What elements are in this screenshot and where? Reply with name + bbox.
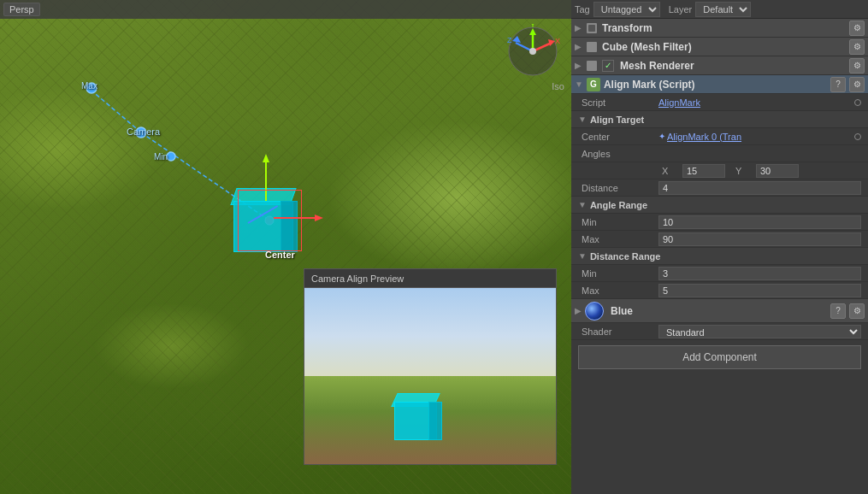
scene-gizmo: Y X Z	[505, 24, 561, 79]
script-row: Script AlignMark	[571, 94, 868, 111]
mesh-filter-component-header[interactable]: ▶ Cube (Mesh Filter) ⚙	[571, 38, 868, 56]
transform-component-header[interactable]: ▶ Transform ⚙	[571, 19, 868, 38]
svg-rect-19	[587, 42, 597, 52]
angle-range-header[interactable]: ▼ Angle Range	[571, 197, 868, 214]
align-mark-collapse-arrow: ▼	[575, 79, 583, 89]
angle-range-min-row: Min	[571, 214, 868, 231]
angles-xy-row: X Y	[571, 162, 868, 179]
material-collapse-arrow: ▶	[575, 306, 582, 315]
distance-range-min-input[interactable]	[658, 267, 861, 280]
preview-titlebar: Camera Align Preview	[304, 269, 556, 288]
angle-range-max-label: Max	[582, 234, 658, 244]
angle-y-label: Y	[735, 166, 753, 176]
svg-text:X: X	[555, 37, 560, 45]
max-label: Max	[81, 81, 97, 91]
script-value[interactable]: AlignMark	[658, 97, 700, 108]
center-field-label: Center	[582, 132, 658, 142]
mesh-filter-icon	[585, 40, 599, 54]
material-sphere	[585, 302, 604, 321]
preview-window: Camera Align Preview	[304, 268, 557, 465]
transform-arrow-y	[263, 154, 269, 162]
distance-field-row: Distance	[571, 179, 868, 197]
angle-range-min-label: Min	[582, 217, 658, 227]
center-type-icon: ✦	[658, 132, 665, 141]
align-mark-settings-btn[interactable]: ⚙	[849, 77, 865, 92]
align-target-arrow: ▼	[578, 115, 587, 124]
distance-range-max-input[interactable]	[658, 284, 861, 297]
distance-input[interactable]	[658, 181, 861, 195]
angle-y-input[interactable]	[756, 164, 799, 178]
distance-range-title: Distance Range	[590, 251, 661, 262]
shader-row: Shader Standard	[571, 323, 868, 340]
distance-label: Distance	[582, 183, 658, 193]
center-field-value[interactable]: AlignMark 0 (Tran	[667, 132, 854, 142]
material-settings-btn[interactable]: ⚙	[849, 303, 865, 319]
distance-range-min-label: Min	[582, 268, 658, 279]
svg-rect-18	[588, 25, 595, 32]
preview-sky	[304, 288, 556, 385]
mesh-renderer-icon	[585, 59, 599, 73]
mesh-renderer-collapse-arrow: ▶	[575, 61, 582, 70]
align-mark-doc-btn[interactable]: ?	[830, 77, 846, 92]
add-component-label: Add Component	[682, 351, 757, 363]
distance-range-max-label: Max	[582, 285, 658, 296]
script-label: Script	[582, 97, 658, 108]
angle-range-arrow: ▼	[578, 200, 587, 209]
angle-x-input[interactable]	[682, 164, 725, 178]
mesh-renderer-name: Mesh Renderer	[620, 60, 846, 72]
add-component-button[interactable]: Add Component	[578, 345, 861, 369]
center-label: Center	[265, 250, 295, 260]
distance-range-max-row: Max	[571, 282, 868, 299]
angle-range-min-input[interactable]	[658, 215, 861, 229]
shader-label: Shader	[582, 326, 658, 337]
align-mark-component-header[interactable]: ▼ G Align Mark (Script) ? ⚙	[571, 75, 868, 94]
iso-label: Iso	[552, 81, 564, 91]
center-circle-indicator[interactable]	[854, 133, 861, 140]
script-circle-indicator[interactable]	[854, 99, 861, 106]
angles-label: Angles	[582, 149, 658, 159]
material-name: Blue	[611, 305, 827, 317]
mesh-filter-name: Cube (Mesh Filter)	[602, 41, 846, 53]
svg-text:Y: Y	[530, 24, 535, 29]
tag-layer-bar: Tag Untagged Layer Default	[571, 0, 868, 19]
mesh-renderer-settings-btn[interactable]: ⚙	[849, 58, 865, 74]
inspector-panel: Tag Untagged Layer Default ▶ Transform ⚙…	[571, 0, 868, 494]
angle-range-max-row: Max	[571, 231, 868, 248]
align-target-header[interactable]: ▼ Align Target	[571, 111, 868, 128]
transform-name: Transform	[602, 22, 846, 34]
tag-dropdown[interactable]: Untagged	[593, 2, 660, 17]
scene-toolbar: Persp	[0, 0, 571, 19]
align-mark-name: Align Mark (Script)	[604, 79, 827, 91]
preview-title: Camera Align Preview	[311, 273, 404, 284]
angle-range-max-input[interactable]	[658, 232, 861, 246]
svg-point-10	[529, 48, 536, 55]
preview-content	[304, 288, 556, 464]
layer-dropdown[interactable]: Default	[695, 2, 751, 17]
mesh-filter-collapse-arrow: ▶	[575, 42, 582, 51]
align-target-title: Align Target	[590, 115, 644, 125]
mesh-filter-settings-btn[interactable]: ⚙	[849, 39, 865, 55]
material-header[interactable]: ▶ Blue ? ⚙	[571, 299, 868, 323]
transform-arrow-x	[315, 215, 323, 221]
svg-point-14	[167, 152, 175, 161]
distance-range-header[interactable]: ▼ Distance Range	[571, 248, 868, 265]
shader-dropdown[interactable]: Standard	[658, 325, 861, 338]
center-field-row: Center ✦ AlignMark 0 (Tran	[571, 128, 868, 145]
camera-label: Camera	[127, 126, 160, 137]
transform-collapse-arrow: ▶	[575, 23, 582, 32]
mesh-renderer-component-header[interactable]: ▶ ✓ Mesh Renderer ⚙	[571, 56, 868, 75]
preview-cube-side	[428, 402, 442, 440]
preview-cube	[394, 393, 441, 440]
transform-icon	[585, 21, 599, 35]
distance-range-min-row: Min	[571, 265, 868, 282]
persp-button[interactable]: Persp	[3, 3, 40, 16]
material-doc-btn[interactable]: ?	[830, 303, 846, 319]
transform-settings-btn[interactable]: ⚙	[849, 21, 865, 36]
tag-label: Tag	[575, 4, 590, 15]
angle-x-label: X	[662, 166, 679, 176]
cube-selection-box	[238, 190, 302, 251]
angles-field-row: Angles	[571, 145, 868, 162]
scene-view[interactable]: Persp Iso Y X Z	[0, 0, 571, 494]
mesh-renderer-enabled-checkbox[interactable]: ✓	[602, 60, 614, 72]
inspector-scroll[interactable]: ▶ Transform ⚙ ▶ Cube (Mesh Filter) ⚙ ▶ ✓	[571, 19, 868, 494]
